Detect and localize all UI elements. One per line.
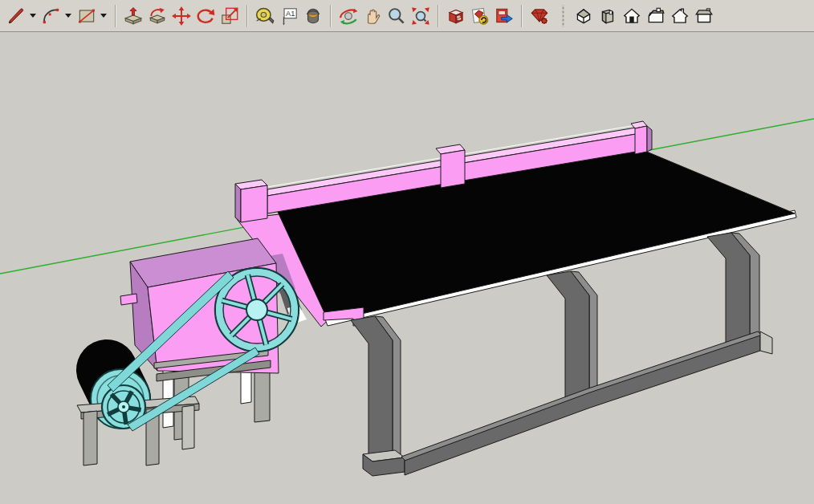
tool-back-view-button[interactable] — [668, 3, 692, 29]
chevron-down-icon — [65, 14, 71, 18]
tool-right-view-button[interactable] — [644, 3, 668, 29]
tool-share-model-button[interactable] — [468, 3, 492, 29]
back-view-icon — [670, 6, 690, 26]
warehouse-icon: S — [446, 6, 466, 26]
rail-post-left — [235, 184, 241, 222]
tool-3d-warehouse-button[interactable]: S — [444, 3, 468, 29]
tool-zoom-extents-button[interactable] — [409, 3, 433, 29]
scale-icon — [219, 6, 240, 26]
tool-paint-bucket-button[interactable] — [301, 3, 325, 29]
paint-bucket-icon — [303, 6, 324, 26]
model-3d-scene — [0, 33, 814, 504]
orbit-icon — [338, 6, 359, 26]
tool-zoom-button[interactable] — [385, 3, 409, 29]
chevron-down-icon — [100, 14, 107, 18]
pencil-icon — [6, 6, 26, 26]
tool-top-view-button[interactable] — [596, 3, 620, 29]
iso-view-icon — [573, 6, 594, 26]
export-icon — [494, 6, 515, 26]
tool-extension-warehouse-button[interactable] — [527, 3, 551, 29]
tape-measure-icon — [254, 6, 275, 26]
toolbar-separator — [438, 5, 439, 27]
front-view-icon — [621, 6, 642, 26]
toolbar-drag-handle[interactable] — [561, 5, 565, 27]
toolbar-separator — [521, 5, 523, 27]
svg-text:A1: A1 — [286, 10, 295, 18]
right-view-icon — [645, 6, 666, 26]
toolbar-separator — [330, 5, 332, 27]
text-icon: A1 — [279, 6, 299, 26]
bench-leg — [83, 411, 97, 465]
sketchup-window: A1S — [0, 0, 814, 504]
left-view-icon — [694, 6, 714, 26]
zoom-extents-icon — [410, 6, 431, 26]
chevron-down-icon — [30, 14, 36, 18]
tool-arc-button[interactable] — [39, 3, 63, 29]
tool-rectangle-button[interactable] — [75, 3, 99, 29]
push-pull-icon — [123, 6, 144, 26]
tool-tape-measure-button[interactable] — [253, 3, 277, 29]
tool-orbit-button[interactable] — [336, 3, 360, 29]
tool-scale-button[interactable] — [218, 3, 242, 29]
tool-left-view-button[interactable] — [692, 3, 716, 29]
pan-icon — [362, 6, 383, 26]
tool-follow-me-button[interactable] — [145, 3, 169, 29]
tool-rotate-button[interactable] — [193, 3, 218, 29]
zoom-icon — [386, 6, 407, 26]
toolbar-separator — [115, 5, 116, 27]
extension-warehouse-icon — [529, 6, 550, 26]
tool-iso-view-button[interactable] — [572, 3, 596, 29]
tool-text-button[interactable]: A1 — [277, 3, 301, 29]
bench-leg — [182, 405, 194, 449]
rectangle-dropdown-caret[interactable] — [99, 3, 108, 29]
shaker-table — [235, 121, 796, 327]
line-dropdown-caret[interactable] — [28, 3, 38, 29]
arc-icon — [41, 6, 62, 26]
model-canvas[interactable] — [0, 33, 814, 504]
toolbar-separator — [246, 5, 248, 27]
share-model-icon — [470, 6, 490, 26]
tool-pan-button[interactable] — [360, 3, 385, 29]
rectangle-icon — [76, 6, 97, 26]
tool-front-view-button[interactable] — [620, 3, 644, 29]
tool-line-button[interactable] — [4, 3, 28, 29]
tool-push-pull-button[interactable] — [121, 3, 145, 29]
move-icon — [171, 6, 192, 26]
rotate-icon — [195, 6, 216, 26]
tool-move-button[interactable] — [169, 3, 193, 29]
motor-axle-stub — [120, 294, 137, 305]
toolbar: A1S — [0, 0, 814, 32]
follow-me-icon — [147, 6, 168, 26]
top-view-icon — [597, 6, 618, 26]
tool-export-model-button[interactable] — [492, 3, 516, 29]
arc-dropdown-caret[interactable] — [63, 3, 73, 29]
